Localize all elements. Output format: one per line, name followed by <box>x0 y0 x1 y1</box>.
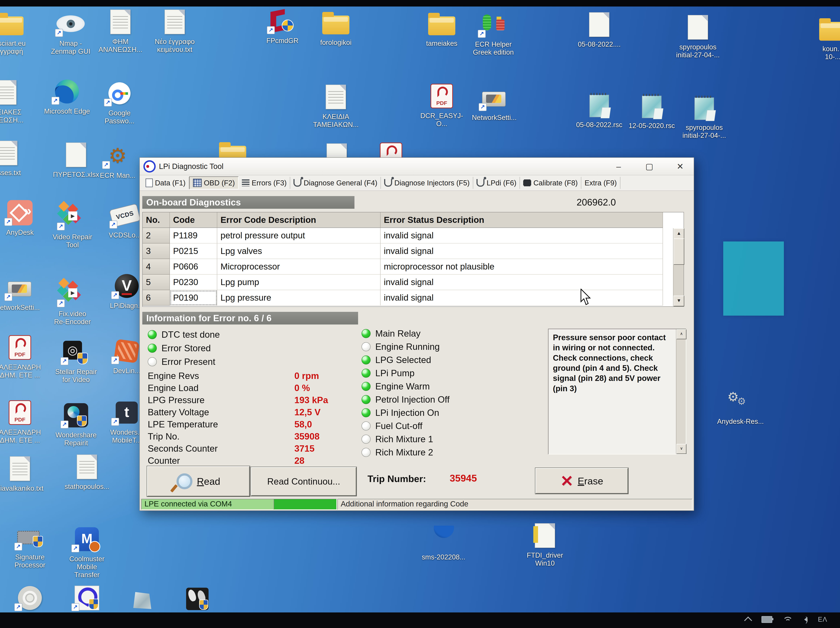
desktop-icon-videorepair[interactable]: Video Repair Tool <box>49 204 96 249</box>
desktop-icon-unifi[interactable]: UniFi <box>6 584 54 612</box>
desktop-icon-pdf[interactable]: DCR_EASYJ-O... <box>418 82 465 128</box>
desktop-icon-label: Stellar Repair for Video <box>55 368 97 384</box>
desktop-icon-pdf[interactable]: ΑΛΕΞΑΝΔΡΗ ΔΗΜ. ΕΤΕ ... <box>0 334 43 379</box>
table-row[interactable]: 4P0606Microprocessormicroprocessor not p… <box>143 259 684 275</box>
desktop-icon-ftdi[interactable]: FTDI_driver Win10 <box>521 522 568 567</box>
red-x-icon: ✕ <box>560 473 573 489</box>
desktop-icon-vcp[interactable]: VCP_V1.5.0_S... <box>174 586 221 612</box>
desktop-icon-label: Wonders... MobileT... <box>110 428 143 444</box>
desktop-icon-label: 05-08-2022.rsc <box>576 121 622 129</box>
desktop-icon-edge[interactable]: Microsoft Edge <box>43 78 90 115</box>
led-row: Error Stored <box>148 341 220 355</box>
desktop-icon-coolmuster[interactable]: Coolmuster Mobile Transfer <box>63 526 111 579</box>
tab-extra-f9-[interactable]: Extra (F9) <box>581 177 621 189</box>
note-scroll-down-icon[interactable]: ∨ <box>676 444 687 454</box>
tab-lpdi-f6-[interactable]: LPdi (F6) <box>473 177 520 189</box>
desktop-icon-wondershare[interactable]: Wondershare Repairit <box>52 402 99 447</box>
desktop-icon-pdf[interactable]: ΑΛΕΞΑΝΔΡΗ ΔΗΜ. ΕΤΕ ... <box>0 399 43 444</box>
desktop-icon-anydeskres[interactable]: Anydesk-Res... <box>717 388 764 425</box>
tab-errors-f3-[interactable]: Errors (F3) <box>238 177 290 189</box>
desktop-icon-sigproc[interactable]: Signature Processor <box>6 524 54 569</box>
shortcut-arrow-icon <box>71 545 79 552</box>
desktop-icon-netbox[interactable]: etworkSetti... <box>0 274 43 312</box>
sms-icon <box>425 524 462 551</box>
desktop-icon-label: ΑΛΕΞΑΝΔΡΗ ΔΗΜ. ΕΤΕ ... <box>0 428 41 444</box>
tab-diagnose-injectors-f5-[interactable]: Diagnose Injectors (F5) <box>381 177 473 189</box>
tab-calibrate-f8-[interactable]: Calibrate (F8) <box>520 177 581 189</box>
desktop-icon-gkey[interactable]: Google Passwo... <box>96 80 143 125</box>
desktop-icon-label: sms-202208... <box>422 553 466 561</box>
desktop-icon-folder[interactable]: tameiakes <box>418 10 465 47</box>
desktop-icon-txt[interactable]: asses.txt <box>0 140 31 177</box>
desktop-icon-netbox[interactable]: NetworkSetti... <box>471 84 518 121</box>
desktop-icon-folder[interactable]: asciiart.eu εγγραφή <box>0 10 33 55</box>
desktop-icon-ecrhelper[interactable]: ECR Helper Greek edition <box>470 11 517 56</box>
desktop-icon-notepad[interactable]: spyropoulos initial-27-04-... <box>681 94 728 140</box>
read-button[interactable]: Read <box>147 466 250 496</box>
wifi-icon[interactable] <box>783 617 791 622</box>
error-note-panel[interactable]: Pressure sensor poor contact in wiring o… <box>548 329 686 455</box>
led-on-icon <box>362 408 371 417</box>
desktop-icon-doc[interactable]: spyropoulos initial-27-04-... <box>674 14 722 59</box>
close-button[interactable]: ✕ <box>672 162 688 171</box>
txt-icon <box>156 8 193 35</box>
tab-label: Calibrate (F8) <box>533 179 578 187</box>
desktop-icon-lpidiag[interactable]: LPiDiagnosti... - Συντόμευση <box>63 584 111 612</box>
desktop-icon-txt[interactable]: stathopoulos... <box>63 453 111 491</box>
desktop-icon-fpcmd[interactable]: FPcmdGR <box>259 8 306 45</box>
note-scrollbar[interactable]: ∧ ∨ <box>676 329 686 454</box>
speaker-icon[interactable] <box>802 617 807 622</box>
desktop-icon-gear[interactable]: ECR Man... <box>94 142 141 179</box>
desktop-icon-sms[interactable]: sms-202208... <box>420 524 467 561</box>
desktop-icon-excel[interactable]: ΠΥΡΕΤΟΣ.xlsx <box>52 141 99 178</box>
desktop-icon-word[interactable]: ΚΛΕΙΔΙΑ ΤΑΜΕΙΑΚΩΝ... <box>312 83 359 129</box>
value-label: Trip No. <box>148 431 294 442</box>
led-row: Engine Warm <box>362 380 450 393</box>
scroll-down-icon[interactable]: ▼ <box>673 296 684 306</box>
scroll-up-icon[interactable]: ▲ <box>673 228 684 239</box>
erase-button[interactable]: ✕ Erase <box>535 468 628 494</box>
led-on-icon <box>362 356 371 364</box>
desktop-icon-label: DCR_EASYJ-O... <box>418 112 465 128</box>
info-section-header: Information for Error no. 6 / 6 <box>142 312 358 324</box>
scroll-thumb[interactable] <box>673 238 684 265</box>
desktop-icon-doc[interactable]: 05-08-2022.... <box>576 11 623 48</box>
value-row: Counter28 <box>148 455 328 467</box>
desktop-icon-stellar[interactable]: Stellar Repair for Video <box>52 338 99 384</box>
note-scroll-up-icon[interactable]: ∧ <box>676 329 687 339</box>
maximize-button[interactable]: ▢ <box>641 162 657 171</box>
tab-obd-f2-[interactable]: OBD (F2) <box>189 176 238 189</box>
table-row[interactable]: 5P0230Lpg pumpinvalid signal <box>143 275 684 290</box>
titlebar[interactable]: LPi Diagnostic Tool – ▢ ✕ <box>140 158 694 175</box>
desktop-icon-word[interactable]: ΜΕΙΑΚΕΣ ΑΝΕΩΣΗ... <box>0 79 30 124</box>
desktop-icon-txt[interactable]: diavalkaniko.txt <box>0 455 43 492</box>
table-row[interactable]: 2P1189petrol pressure outputinvalid sign… <box>143 228 684 244</box>
desktop-icon-folder[interactable]: koun... 10-... <box>809 16 840 61</box>
tab-data-f1-[interactable]: Data (F1) <box>142 177 189 189</box>
minimize-button[interactable]: – <box>611 162 627 171</box>
desktop-icon-notepad[interactable]: 05-08-2022.rsc <box>576 91 623 129</box>
desktop-icon-eye[interactable]: Nmap - Zenmap GUI <box>47 10 94 55</box>
desktop-icon-notepad[interactable]: 12-05-2020.rsc <box>628 93 675 130</box>
language-indicator[interactable]: ΕΛ <box>818 616 827 623</box>
desktop-icon-txt[interactable]: Νέο έγγραφο κειμένου.txt <box>151 8 198 54</box>
table-row[interactable]: 3P0215Lpg valvesinvalid signal <box>143 244 684 259</box>
table-row[interactable]: 6P0190Lpg pressureinvalid signal <box>143 290 684 306</box>
desktop-icon-folder[interactable]: forologikoi <box>312 9 359 47</box>
tray-chevron-icon[interactable] <box>744 616 752 624</box>
desktop-icon-intelisels[interactable]: inteliseis-30-... <box>120 587 167 612</box>
desktop-icon-word[interactable]: ΦΗΜ ΑΝΑΝΕΩΣΗ... <box>97 8 144 54</box>
tab-diagnose-general-f4-[interactable]: Diagnose General (F4) <box>290 177 381 189</box>
desktop-icon-videorepair[interactable]: Fix.video Re-Encoder <box>49 280 96 326</box>
desktop-icon-anydesk[interactable]: AnyDesk <box>0 199 43 236</box>
wondershare-icon <box>58 402 94 429</box>
table-scrollbar[interactable]: ▲ ▼ <box>673 228 684 306</box>
word-icon <box>0 79 24 106</box>
chip-tab-icon <box>523 180 531 186</box>
battery-icon[interactable] <box>761 616 772 623</box>
desktop-icon-label: koun... 10-... <box>823 45 840 61</box>
taskbar[interactable]: ΕΛ <box>0 612 840 628</box>
read-continuous-button[interactable]: Read Continuou... <box>251 467 357 496</box>
status-bar: LPE connected via COM4 Additional inform… <box>141 499 692 509</box>
desktop-icon-label: Anydesk-Res... <box>717 417 764 425</box>
